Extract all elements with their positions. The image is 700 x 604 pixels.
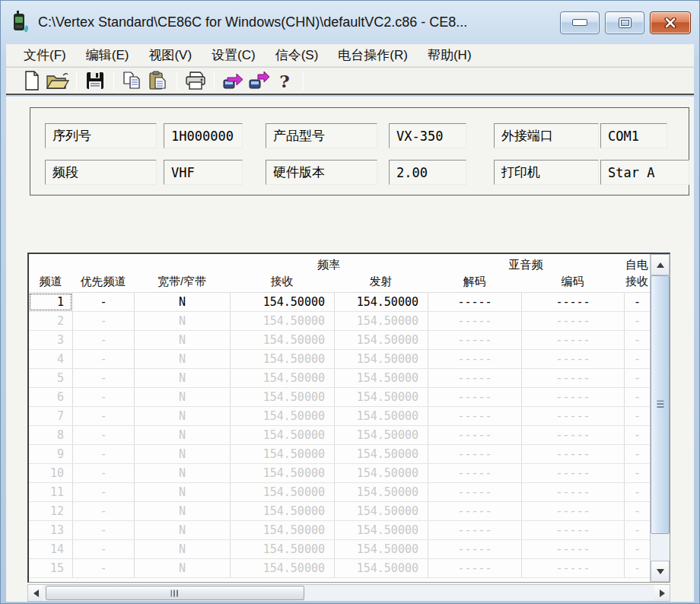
table-cell[interactable]: -: [72, 559, 134, 577]
table-cell[interactable]: 154.50000: [230, 445, 334, 463]
scroll-left-button[interactable]: [28, 585, 43, 601]
table-cell[interactable]: -----: [428, 350, 521, 368]
table-cell[interactable]: -: [624, 312, 650, 330]
table-cell[interactable]: -----: [521, 312, 624, 330]
table-cell[interactable]: 154.50000: [334, 521, 428, 539]
table-cell[interactable]: N: [134, 521, 230, 539]
menu-settings[interactable]: 设置(C): [202, 46, 266, 64]
col-header-decode[interactable]: 解码: [428, 275, 521, 289]
new-file-button[interactable]: [19, 70, 45, 91]
scroll-right-button[interactable]: [654, 585, 670, 601]
table-cell[interactable]: -: [624, 559, 650, 577]
table-cell[interactable]: 154.50000: [334, 483, 428, 501]
table-cell[interactable]: 3: [29, 331, 72, 349]
table-cell[interactable]: 154.50000: [230, 312, 334, 330]
table-cell[interactable]: -----: [521, 369, 624, 387]
table-cell[interactable]: 154.50000: [230, 521, 334, 539]
table-cell[interactable]: N: [134, 559, 230, 577]
vertical-scrollbar[interactable]: [650, 254, 670, 582]
table-cell[interactable]: 4: [29, 350, 72, 368]
col-header-channel[interactable]: 频道: [29, 275, 72, 289]
menu-edit[interactable]: 编辑(E): [76, 46, 139, 64]
table-cell[interactable]: N: [134, 312, 230, 330]
table-cell[interactable]: 154.50000: [230, 407, 334, 425]
table-cell[interactable]: -----: [428, 369, 521, 387]
table-cell[interactable]: 154.50000: [334, 407, 428, 425]
table-row[interactable]: 15-N154.50000154.50000-----------: [29, 559, 650, 578]
table-row[interactable]: 10-N154.50000154.50000-----------: [29, 464, 650, 483]
table-row[interactable]: 7-N154.50000154.50000-----------: [29, 407, 650, 426]
table-cell[interactable]: -----: [428, 407, 521, 425]
menu-view[interactable]: 视图(V): [138, 46, 202, 64]
table-row[interactable]: 4-N154.50000154.50000-----------: [29, 350, 650, 369]
table-cell[interactable]: -----: [521, 407, 624, 425]
table-cell[interactable]: -: [624, 521, 650, 539]
table-cell[interactable]: -----: [521, 483, 624, 501]
table-row[interactable]: 13-N154.50000154.50000-----------: [29, 521, 650, 540]
table-cell[interactable]: 154.50000: [230, 502, 334, 520]
table-cell[interactable]: 15: [29, 559, 72, 577]
table-row[interactable]: 8-N154.50000154.50000-----------: [29, 426, 650, 445]
table-row[interactable]: 6-N154.50000154.50000-----------: [29, 388, 650, 407]
table-cell[interactable]: N: [134, 369, 230, 387]
table-cell[interactable]: -: [72, 407, 134, 425]
table-cell[interactable]: 154.50000: [230, 559, 334, 577]
table-cell[interactable]: 154.50000: [334, 464, 428, 482]
table-cell[interactable]: N: [134, 293, 230, 311]
table-cell[interactable]: -----: [521, 445, 624, 463]
table-cell[interactable]: 154.50000: [334, 312, 428, 330]
table-row[interactable]: 5-N154.50000154.50000-----------: [29, 369, 650, 388]
scroll-up-button[interactable]: [651, 254, 670, 275]
table-row[interactable]: 2-N154.50000154.50000-----------: [29, 312, 650, 331]
table-cell[interactable]: -----: [521, 293, 624, 311]
table-row[interactable]: 11-N154.50000154.50000-----------: [29, 483, 650, 502]
table-cell[interactable]: 154.50000: [334, 350, 428, 368]
table-cell[interactable]: 154.50000: [230, 350, 334, 368]
menu-radio-operation[interactable]: 电台操作(R): [328, 46, 418, 64]
table-cell[interactable]: -: [72, 445, 134, 463]
table-cell[interactable]: -: [72, 312, 134, 330]
table-cell[interactable]: -: [624, 464, 650, 482]
vertical-scroll-track[interactable]: [651, 275, 670, 561]
vertical-scroll-thumb[interactable]: [651, 275, 670, 534]
table-cell[interactable]: -----: [428, 331, 521, 349]
table-cell[interactable]: -: [72, 502, 134, 520]
horizontal-scroll-track[interactable]: [304, 585, 654, 601]
table-cell[interactable]: 9: [29, 445, 72, 463]
table-cell[interactable]: -----: [428, 426, 521, 444]
scroll-down-button[interactable]: [651, 561, 670, 582]
table-cell[interactable]: 5: [29, 369, 72, 387]
horizontal-scroll-thumb[interactable]: [46, 586, 304, 600]
table-row[interactable]: 12-N154.50000154.50000-----------: [29, 502, 650, 521]
table-cell[interactable]: N: [134, 483, 230, 501]
table-cell[interactable]: -: [72, 426, 134, 444]
open-file-button[interactable]: [45, 70, 71, 91]
table-cell[interactable]: -----: [428, 502, 521, 520]
paste-button[interactable]: [145, 70, 171, 91]
col-header-priority[interactable]: 优先频道: [72, 275, 134, 289]
table-cell[interactable]: 154.50000: [230, 369, 334, 387]
table-cell[interactable]: -: [72, 331, 134, 349]
table-cell[interactable]: 154.50000: [230, 331, 334, 349]
table-cell[interactable]: -----: [521, 388, 624, 406]
table-cell[interactable]: N: [134, 388, 230, 406]
save-button[interactable]: [82, 70, 108, 91]
col-header-tx[interactable]: 发射: [334, 275, 428, 289]
table-row[interactable]: 9-N154.50000154.50000-----------: [29, 445, 650, 464]
table-cell[interactable]: N: [134, 407, 230, 425]
table-cell[interactable]: -----: [428, 312, 521, 330]
table-cell[interactable]: 154.50000: [230, 293, 334, 311]
table-cell[interactable]: 2: [29, 312, 72, 330]
table-cell[interactable]: -----: [428, 388, 521, 406]
table-cell[interactable]: N: [134, 540, 230, 558]
table-cell[interactable]: -----: [521, 559, 624, 577]
menu-file[interactable]: 文件(F): [14, 46, 76, 64]
table-cell[interactable]: -----: [521, 331, 624, 349]
copy-button[interactable]: [119, 70, 145, 91]
table-cell[interactable]: 14: [29, 540, 72, 558]
table-cell[interactable]: 8: [29, 426, 72, 444]
table-cell[interactable]: 154.50000: [334, 369, 428, 387]
table-cell[interactable]: -: [72, 521, 134, 539]
table-cell[interactable]: -: [72, 483, 134, 501]
table-cell[interactable]: 154.50000: [230, 464, 334, 482]
